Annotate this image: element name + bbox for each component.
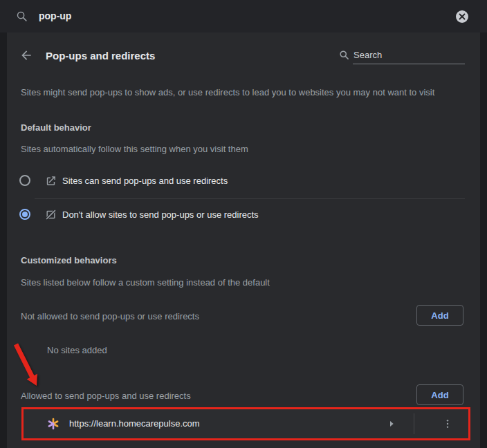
search-icon <box>16 10 28 22</box>
radio-sites-can-send[interactable] <box>19 175 30 186</box>
expand-site-button[interactable] <box>386 418 397 429</box>
site-more-button[interactable] <box>442 418 453 429</box>
settings-search-bar <box>0 0 487 32</box>
customized-behaviors-heading: Customized behaviors <box>21 255 117 265</box>
default-behavior-description: Sites automatically follow this setting … <box>21 144 248 154</box>
settings-search-input[interactable] <box>37 8 425 24</box>
page-search-placeholder: Search <box>353 50 382 60</box>
add-not-allowed-button[interactable]: Add <box>416 305 463 326</box>
page-title: Pop-ups and redirects <box>46 50 155 62</box>
option-allow-label[interactable]: Sites can send pop-ups and use redirects <box>62 176 228 186</box>
default-behavior-heading: Default behavior <box>21 122 91 133</box>
no-sites-added-text: No sites added <box>47 345 107 355</box>
back-button[interactable] <box>19 48 33 62</box>
site-url: https://learn.homecarepulse.com <box>69 418 200 429</box>
site-row[interactable]: https://learn.homecarepulse.com <box>24 409 468 438</box>
site-favicon <box>47 418 59 430</box>
allowed-label: Allowed to send pop-ups and use redirect… <box>21 391 191 401</box>
intro-text: Sites might send pop-ups to show ads, or… <box>21 87 434 97</box>
page-search-icon <box>339 50 349 60</box>
option-block-label[interactable]: Don't allow sites to send pop-ups or use… <box>62 209 259 220</box>
settings-card: Pop-ups and redirects Search Sites might… <box>7 32 480 448</box>
close-icon <box>459 13 466 20</box>
open-in-new-icon <box>45 175 57 187</box>
add-allowed-button[interactable]: Add <box>416 384 463 405</box>
not-allowed-label: Not allowed to send pop-ups or use redir… <box>21 311 199 321</box>
clear-search-button[interactable] <box>456 10 468 23</box>
radio-dont-allow[interactable] <box>19 209 30 220</box>
site-row-separator <box>414 413 414 434</box>
option-divider <box>35 198 465 199</box>
customized-behaviors-description: Sites listed below follow a custom setti… <box>21 277 270 288</box>
page-search-underline <box>353 64 465 64</box>
block-popup-icon <box>45 209 57 221</box>
